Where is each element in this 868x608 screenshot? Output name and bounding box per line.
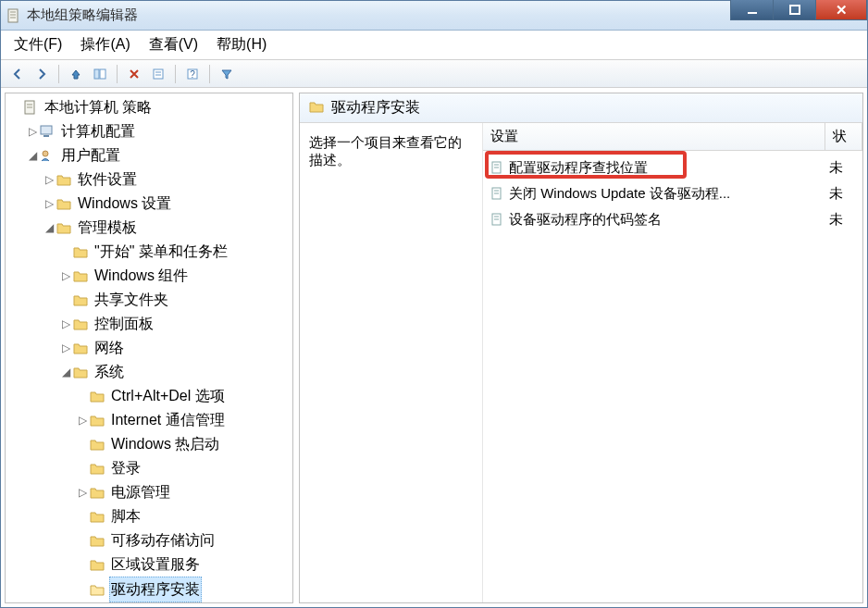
tree-root[interactable]: 本地计算机 策略 bbox=[6, 95, 292, 119]
expand-icon[interactable]: ▷ bbox=[43, 192, 56, 216]
svg-rect-0 bbox=[8, 9, 18, 22]
tree-pane[interactable]: 本地计算机 策略 ▷ 计算机配置 ◢ 用户配置 bbox=[5, 93, 293, 603]
folder-icon bbox=[72, 269, 89, 282]
filter-button[interactable] bbox=[216, 63, 238, 85]
folder-icon bbox=[89, 438, 105, 451]
collapse-icon[interactable]: ◢ bbox=[59, 360, 72, 384]
tree-power-mgmt[interactable]: ▷ 电源管理 bbox=[6, 480, 292, 504]
tree-label: 软件设置 bbox=[76, 168, 139, 192]
tree-start-taskbar[interactable]: "开始" 菜单和任务栏 bbox=[6, 240, 292, 264]
help-button[interactable]: ? bbox=[181, 63, 204, 85]
titlebar: 本地组策略编辑器 ✕ bbox=[1, 1, 867, 31]
expand-icon[interactable]: ▷ bbox=[43, 168, 56, 192]
tree-label: 可移动存储访问 bbox=[109, 528, 217, 552]
tree-label: 本地计算机 策略 bbox=[43, 95, 154, 119]
tree-computer-config[interactable]: ▷ 计算机配置 bbox=[6, 119, 292, 143]
show-hide-tree-button[interactable] bbox=[89, 63, 111, 85]
policy-icon bbox=[490, 213, 503, 226]
tree-label: 管理模板 bbox=[76, 216, 139, 240]
setting-status: 未 bbox=[829, 211, 843, 227]
tree-system[interactable]: ◢ 系统 bbox=[6, 360, 292, 384]
toolbar: ? bbox=[1, 60, 867, 88]
tree-label: 区域设置服务 bbox=[109, 552, 202, 577]
tree-control-panel[interactable]: ▷ 控制面板 bbox=[6, 312, 292, 336]
close-button[interactable]: ✕ bbox=[815, 0, 867, 20]
tree-label: 共享文件夹 bbox=[93, 288, 170, 312]
expand-icon[interactable]: ▷ bbox=[76, 480, 89, 504]
list-item[interactable]: 配置驱动程序查找位置 未 bbox=[483, 155, 862, 180]
properties-button[interactable] bbox=[147, 63, 169, 85]
list-item[interactable]: 关闭 Windows Update 设备驱动程... 未 bbox=[483, 180, 862, 206]
policy-root-icon bbox=[22, 100, 39, 115]
user-icon bbox=[39, 149, 56, 162]
list-item[interactable]: 设备驱动程序的代码签名 未 bbox=[483, 206, 862, 232]
tree-internet-comm[interactable]: ▷ Internet 通信管理 bbox=[6, 408, 292, 432]
tree-user-config[interactable]: ◢ 用户配置 bbox=[6, 143, 292, 168]
menu-view[interactable]: 查看(V) bbox=[142, 32, 205, 57]
expand-icon[interactable]: ▷ bbox=[59, 264, 72, 288]
svg-point-18 bbox=[43, 151, 48, 156]
up-button[interactable] bbox=[65, 63, 87, 85]
svg-rect-7 bbox=[100, 69, 105, 79]
folder-icon bbox=[89, 462, 105, 475]
menu-file[interactable]: 文件(F) bbox=[6, 32, 69, 57]
column-label: 状 bbox=[833, 128, 847, 145]
svg-rect-16 bbox=[41, 126, 52, 134]
tree-label: Windows 热启动 bbox=[109, 432, 221, 456]
computer-icon bbox=[39, 125, 56, 138]
tree-windows-settings[interactable]: ▷ Windows 设置 bbox=[6, 192, 292, 216]
tree-admin-templates[interactable]: ◢ 管理模板 bbox=[6, 216, 292, 240]
folder-icon bbox=[72, 245, 89, 258]
list-rows: 配置驱动程序查找位置 未 关闭 Windows Update 设备驱动程... bbox=[483, 151, 862, 236]
tree-label: "开始" 菜单和任务栏 bbox=[93, 240, 229, 264]
collapse-icon[interactable]: ◢ bbox=[26, 143, 39, 168]
maximize-button[interactable] bbox=[773, 0, 815, 20]
tree-label: 控制面板 bbox=[93, 312, 155, 336]
menu-action[interactable]: 操作(A) bbox=[73, 32, 137, 57]
tree-network[interactable]: ▷ 网络 bbox=[6, 336, 292, 360]
tree-label: Windows 组件 bbox=[93, 264, 190, 288]
svg-rect-4 bbox=[748, 12, 757, 14]
forward-button[interactable] bbox=[31, 63, 53, 85]
app-window: 本地组策略编辑器 ✕ 文件(F) 操作(A) 查看(V) 帮助(H) bbox=[0, 0, 868, 608]
tree-driver-install[interactable]: 驱动程序安装 bbox=[6, 577, 292, 602]
menu-help[interactable]: 帮助(H) bbox=[209, 32, 274, 57]
expand-icon[interactable]: ▷ bbox=[76, 408, 89, 432]
setting-label: 设备驱动程序的代码签名 bbox=[509, 211, 662, 229]
tree-label: Ctrl+Alt+Del 选项 bbox=[109, 384, 227, 408]
folder-icon bbox=[72, 366, 89, 378]
tree-software-settings[interactable]: ▷ 软件设置 bbox=[6, 168, 292, 192]
tree-label: 登录 bbox=[109, 456, 143, 480]
setting-status: 未 bbox=[829, 159, 843, 175]
client-area: 本地计算机 策略 ▷ 计算机配置 ◢ 用户配置 bbox=[1, 88, 867, 607]
tree-shared-folders[interactable]: 共享文件夹 bbox=[6, 288, 292, 312]
detail-header: 驱动程序安装 bbox=[300, 93, 862, 123]
tree-windows-hot-start[interactable]: Windows 热启动 bbox=[6, 432, 292, 456]
tree-scripts[interactable]: 脚本 bbox=[6, 504, 292, 528]
tree-locale-services[interactable]: 区域设置服务 bbox=[6, 552, 292, 577]
collapse-icon[interactable]: ◢ bbox=[43, 216, 56, 240]
tree-label: 计算机配置 bbox=[59, 119, 137, 143]
folder-icon bbox=[56, 221, 72, 234]
description-prompt: 选择一个项目来查看它的描述。 bbox=[309, 134, 462, 168]
expand-icon[interactable]: ▷ bbox=[26, 119, 39, 143]
tree-label: 用户配置 bbox=[59, 143, 122, 168]
tree-logon[interactable]: 登录 bbox=[6, 456, 292, 480]
setting-label: 配置驱动程序查找位置 bbox=[509, 159, 648, 177]
back-button[interactable] bbox=[6, 63, 29, 85]
folder-icon bbox=[72, 341, 89, 354]
setting-status: 未 bbox=[829, 185, 843, 201]
detail-body: 选择一个项目来查看它的描述。 设置 状 配置驱动程序查找 bbox=[300, 123, 862, 602]
folder-icon bbox=[89, 414, 105, 427]
folder-icon bbox=[89, 534, 105, 547]
expand-icon[interactable]: ▷ bbox=[59, 336, 72, 360]
tree-removable-storage[interactable]: 可移动存储访问 bbox=[6, 528, 292, 552]
policy-icon bbox=[490, 187, 503, 200]
tree-windows-components[interactable]: ▷ Windows 组件 bbox=[6, 264, 292, 288]
minimize-button[interactable] bbox=[730, 0, 773, 20]
expand-icon[interactable]: ▷ bbox=[59, 312, 72, 336]
column-status[interactable]: 状 bbox=[825, 123, 862, 150]
delete-button[interactable] bbox=[123, 63, 145, 85]
tree-ctrl-alt-del[interactable]: Ctrl+Alt+Del 选项 bbox=[6, 384, 292, 408]
column-setting[interactable]: 设置 bbox=[483, 123, 825, 150]
